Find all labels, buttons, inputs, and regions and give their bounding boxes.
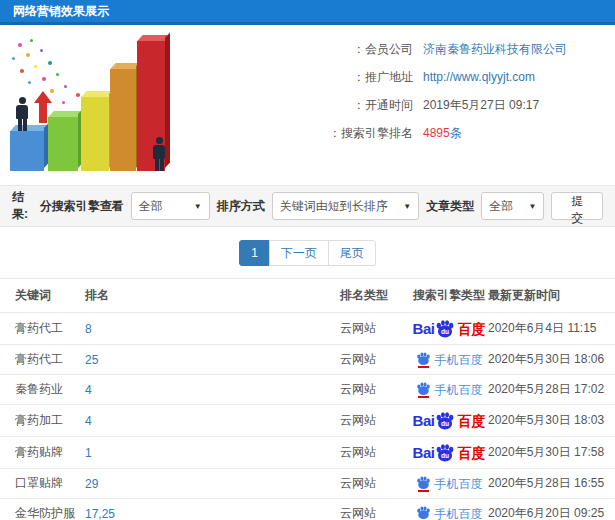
- engine-filter-label: 分搜索引擎查看: [40, 198, 124, 215]
- engine-cell: Bai du 百度: [410, 437, 488, 469]
- rank-type-cell: 云网站: [340, 469, 410, 499]
- filter-bar: 结果: 分搜索引擎查看 全部▼ 排序方式 关键词由短到长排序▼ 文章类型 全部▼…: [0, 185, 615, 227]
- promo-url-link[interactable]: http://www.qlyyjt.com: [423, 63, 535, 91]
- open-time-label: 开通时间：: [348, 91, 413, 119]
- header-updated: 最新更新时间: [488, 279, 615, 313]
- table-row: 口罩贴牌 29 云网站 手机百度 2020年5月28日 16:55: [0, 469, 615, 499]
- engine-cell: 手机百度: [410, 499, 488, 520]
- submit-button[interactable]: 提交: [551, 192, 603, 220]
- updated-cell: 2020年5月28日 16:55: [488, 469, 615, 499]
- updated-cell: 2020年6月4日 11:15: [488, 313, 615, 345]
- businessman-figure-left: [15, 97, 29, 131]
- table-row: 膏药代工 8 云网站 Bai du 百度 2020年6月4日 11:15: [0, 313, 615, 345]
- header-engine-type: 搜索引擎类型: [410, 279, 488, 313]
- company-link[interactable]: 济南秦鲁药业科技有限公司: [423, 35, 567, 63]
- chevron-down-icon: ▼: [529, 202, 537, 211]
- updated-cell: 2020年5月30日 18:03: [488, 405, 615, 437]
- bar-yellow: [81, 97, 109, 171]
- rank-link[interactable]: 29: [85, 477, 98, 491]
- table-row: 秦鲁药业 4 云网站 手机百度 2020年5月28日 17:02: [0, 375, 615, 405]
- keyword-cell: 膏药代工: [0, 313, 85, 345]
- red-underline: [418, 366, 429, 368]
- baidu-logo: Bai du 百度: [413, 411, 486, 430]
- svg-text:du: du: [441, 452, 449, 459]
- baidu-paw-icon: du: [435, 319, 455, 338]
- rank-link[interactable]: 25: [85, 353, 98, 367]
- company-label: 会员公司：: [348, 35, 413, 63]
- page-title: 网络营销效果展示: [0, 0, 615, 25]
- last-page-button[interactable]: 尾页: [328, 240, 376, 266]
- table-row: 膏药代工 25 云网站 手机百度 2020年5月30日 18:06: [0, 345, 615, 375]
- baidu-paw-icon: [416, 506, 431, 520]
- article-type-select[interactable]: 全部▼: [481, 192, 544, 220]
- baidu-logo: Bai du 百度: [413, 443, 486, 462]
- rank-cell: 29: [85, 469, 340, 499]
- chevron-down-icon: ▼: [194, 202, 202, 211]
- svg-text:du: du: [441, 420, 449, 427]
- baidu-paw-icon: [416, 382, 431, 398]
- updated-cell: 2020年5月30日 17:58: [488, 437, 615, 469]
- rank-cell: 4: [85, 375, 340, 405]
- keyword-cell: 金华防护服: [0, 499, 85, 520]
- rank-cell: 4: [85, 405, 340, 437]
- marketing-results-page: 网络营销效果展示: [0, 0, 615, 520]
- rank-count-label: 搜索引擎排名：: [348, 119, 413, 147]
- table-header-row: 关键词 排名 排名类型 搜索引擎类型 最新更新时间: [0, 279, 615, 313]
- engine-select[interactable]: 全部▼: [131, 192, 210, 220]
- engine-cell: 手机百度: [410, 375, 488, 405]
- keyword-cell: 膏药代工: [0, 345, 85, 375]
- keyword-ranking-table: 关键词 排名 排名类型 搜索引擎类型 最新更新时间 膏药代工 8 云网站 Bai…: [0, 278, 615, 520]
- account-info: 会员公司： 济南秦鲁药业科技有限公司 推广地址： http://www.qlyy…: [178, 31, 615, 185]
- rank-type-cell: 云网站: [340, 437, 410, 469]
- open-time-value: 2019年5月27日 09:17: [423, 91, 539, 119]
- table-row: 膏药贴牌 1 云网站 Bai du 百度 2020年5月30日 17:58: [0, 437, 615, 469]
- mobile-baidu-logo: 手机百度: [416, 476, 483, 492]
- sort-select[interactable]: 关键词由短到长排序▼: [272, 192, 420, 220]
- keyword-cell: 膏药贴牌: [0, 437, 85, 469]
- rank-link[interactable]: 4: [85, 414, 92, 428]
- red-underline: [418, 490, 429, 492]
- article-type-label: 文章类型: [426, 198, 474, 215]
- svg-text:du: du: [441, 328, 449, 335]
- engine-cell: Bai du 百度: [410, 313, 488, 345]
- rank-link[interactable]: 1: [85, 446, 92, 460]
- rank-link[interactable]: 17,25: [85, 507, 115, 520]
- page-1-button[interactable]: 1: [239, 240, 270, 266]
- promo-url-label: 推广地址：: [348, 63, 413, 91]
- company-row: 会员公司： 济南秦鲁药业科技有限公司: [178, 35, 615, 63]
- baidu-paw-icon: [416, 352, 431, 368]
- filter-controls: 分搜索引擎查看 全部▼ 排序方式 关键词由短到长排序▼ 文章类型 全部▼ 提交: [40, 192, 603, 220]
- keyword-cell: 秦鲁药业: [0, 375, 85, 405]
- mobile-baidu-logo: 手机百度: [416, 506, 483, 520]
- rank-count-number: 4895: [423, 126, 450, 140]
- table-row: 膏药加工 4 云网站 Bai du 百度 2020年5月30日 18:03: [0, 405, 615, 437]
- bar-green: [48, 117, 78, 171]
- baidu-logo: Bai du 百度: [413, 319, 486, 338]
- rank-count-unit-link[interactable]: 条: [450, 126, 462, 140]
- updated-cell: 2020年5月28日 17:02: [488, 375, 615, 405]
- sort-filter-label: 排序方式: [217, 198, 265, 215]
- mobile-baidu-logo: 手机百度: [416, 352, 483, 368]
- baidu-paw-icon: du: [435, 443, 455, 462]
- rank-cell: 1: [85, 437, 340, 469]
- next-page-button[interactable]: 下一页: [269, 240, 329, 266]
- rank-cell: 8: [85, 313, 340, 345]
- engine-cell: 手机百度: [410, 469, 488, 499]
- pagination: 1 下一页 尾页: [0, 227, 615, 278]
- table-row: 金华防护服 17,25 云网站 手机百度 2020年6月20日 09:25: [0, 499, 615, 520]
- rank-type-cell: 云网站: [340, 375, 410, 405]
- rank-type-cell: 云网站: [340, 499, 410, 520]
- rank-type-cell: 云网站: [340, 345, 410, 375]
- bar-blue: [10, 131, 44, 171]
- growth-chart-clipart: [0, 31, 178, 181]
- rank-count-row: 搜索引擎排名： 4895条: [178, 119, 615, 147]
- rank-link[interactable]: 4: [85, 383, 92, 397]
- rank-link[interactable]: 8: [85, 322, 92, 336]
- growth-arrow-icon: [34, 91, 52, 123]
- red-underline: [418, 396, 429, 398]
- engine-cell: Bai du 百度: [410, 405, 488, 437]
- rank-cell: 25: [85, 345, 340, 375]
- keyword-cell: 膏药加工: [0, 405, 85, 437]
- updated-cell: 2020年6月20日 09:25: [488, 499, 615, 520]
- open-time-row: 开通时间： 2019年5月27日 09:17: [178, 91, 615, 119]
